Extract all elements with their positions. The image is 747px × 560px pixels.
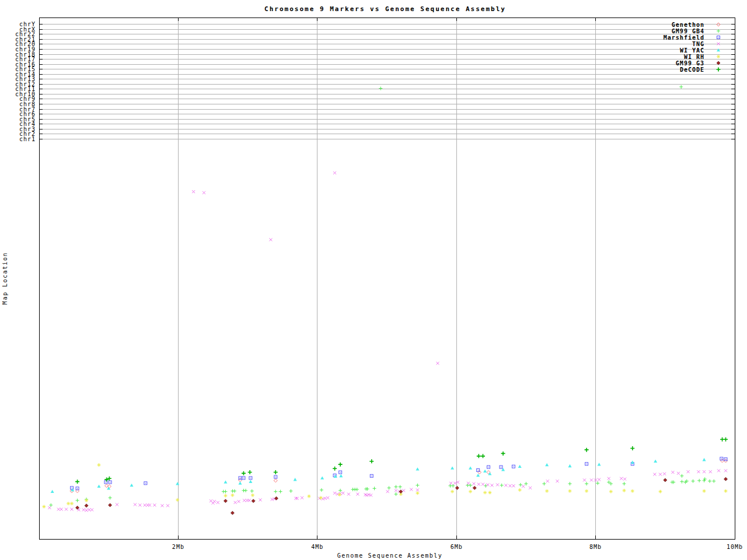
marker-x xyxy=(166,504,169,507)
marker-x xyxy=(116,503,118,506)
marker-asterisk xyxy=(545,489,549,493)
marker-plus xyxy=(524,482,528,485)
legend-item: TNG xyxy=(692,41,720,47)
marker-plus xyxy=(274,490,277,494)
series-tng xyxy=(48,172,727,512)
marker-triangle xyxy=(717,48,720,51)
marker-x xyxy=(144,503,146,506)
marker-asterisk xyxy=(609,490,613,494)
marker-x xyxy=(160,504,163,507)
marker-plus xyxy=(607,481,610,484)
marker-plus xyxy=(338,489,342,492)
marker-x xyxy=(60,508,63,511)
marker-square-dot xyxy=(513,466,514,467)
marker-square-dot xyxy=(632,464,633,464)
marker-triangle xyxy=(238,481,242,484)
marker-plus xyxy=(680,474,683,478)
marker-asterisk xyxy=(224,494,227,498)
marker-x xyxy=(192,190,195,193)
y-tick-label: chr1 xyxy=(19,136,36,142)
marker-plus xyxy=(712,480,715,483)
marker-x xyxy=(556,480,559,482)
marker-triangle xyxy=(451,466,454,469)
marker-x xyxy=(703,470,706,473)
marker-plus xyxy=(622,482,626,485)
y-axis-label: Map Location xyxy=(2,252,8,304)
series-wi-yac xyxy=(51,458,706,493)
marker-triangle xyxy=(294,478,297,481)
marker-x xyxy=(326,496,329,499)
marker-asterisk xyxy=(307,495,310,498)
x-axis-label: Genome Sequence Assembly xyxy=(337,552,443,559)
marker-triangle xyxy=(598,463,601,466)
marker-x xyxy=(153,503,156,506)
marker-triangle xyxy=(518,465,522,468)
marker-plus-bold xyxy=(481,454,485,458)
marker-x xyxy=(473,482,476,485)
marker-x xyxy=(341,492,344,495)
marker-x xyxy=(481,483,484,486)
marker-x xyxy=(456,481,459,484)
marker-x xyxy=(323,497,326,500)
marker-asterisk xyxy=(97,463,101,467)
marker-filled-diamond xyxy=(455,486,459,489)
marker-asterisk xyxy=(703,489,706,493)
marker-x xyxy=(467,482,470,485)
marker-x xyxy=(512,484,515,487)
marker-filled-diamond xyxy=(85,504,88,508)
marker-plus-bold xyxy=(274,470,278,474)
marker-plus xyxy=(399,485,402,489)
marker-x xyxy=(709,470,712,473)
marker-plus-bold xyxy=(75,480,79,484)
marker-square-dot xyxy=(587,464,587,464)
marker-square-dot xyxy=(371,475,372,476)
marker-x xyxy=(677,472,680,475)
marker-filled-diamond xyxy=(76,506,79,509)
marker-plus xyxy=(373,487,376,490)
marker-plus xyxy=(596,481,599,485)
marker-x xyxy=(496,484,499,487)
marker-x xyxy=(88,508,90,511)
x-tick-label: 6Mb xyxy=(451,544,463,550)
marker-x xyxy=(453,482,456,485)
grid-layer xyxy=(39,18,735,539)
marker-x xyxy=(590,478,593,481)
marker-filled-diamond xyxy=(664,478,667,482)
marker-plus xyxy=(708,480,711,483)
marker-plus xyxy=(388,486,391,489)
marker-asterisk xyxy=(518,488,522,492)
marker-x xyxy=(395,489,397,492)
marker-x xyxy=(598,478,601,481)
series-decode xyxy=(75,438,728,484)
marker-x xyxy=(659,473,662,476)
marker-x xyxy=(356,493,359,496)
marker-x xyxy=(697,470,700,473)
marker-triangle xyxy=(545,463,549,466)
series-gm99-gb4 xyxy=(49,85,715,507)
marker-plus xyxy=(568,482,571,485)
marker-plus xyxy=(691,480,694,483)
marker-plus xyxy=(542,482,546,485)
scatter-plot: chrYchrXchr22chr21chr20chr19chr18chr17ch… xyxy=(0,0,747,560)
marker-plus-bold xyxy=(242,471,246,475)
marker-x xyxy=(663,473,666,475)
marker-x xyxy=(583,478,586,481)
marker-x xyxy=(333,492,336,495)
marker-x xyxy=(203,191,205,194)
marker-x xyxy=(623,478,626,481)
marker-square-dot xyxy=(77,488,78,489)
marker-x xyxy=(301,496,303,499)
marker-asterisk xyxy=(631,489,634,493)
marker-x xyxy=(243,499,246,502)
marker-x xyxy=(508,484,511,487)
marker-x xyxy=(522,485,525,488)
marker-asterisk xyxy=(42,505,46,509)
legend-label: Genethon xyxy=(672,22,704,28)
marker-plus-bold xyxy=(717,68,721,72)
marker-square-dot xyxy=(275,477,276,477)
marker-triangle xyxy=(97,485,101,488)
marker-square-dot xyxy=(250,478,251,478)
marker-x xyxy=(134,503,137,506)
marker-plus xyxy=(680,480,683,484)
legend-label: WI RH xyxy=(684,54,704,60)
